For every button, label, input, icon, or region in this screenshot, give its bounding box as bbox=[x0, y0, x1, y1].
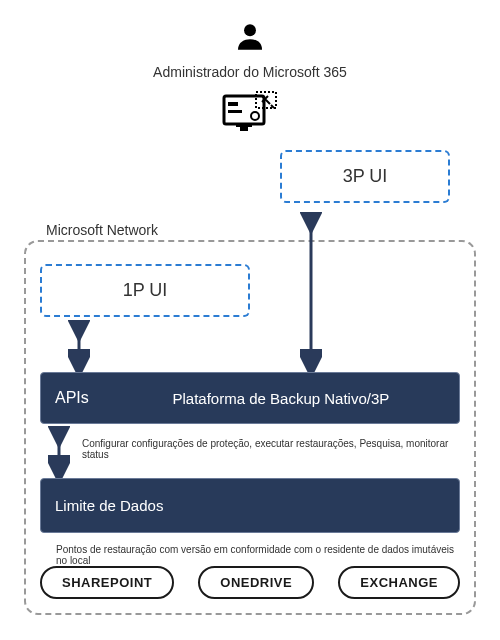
svg-rect-6 bbox=[240, 127, 248, 131]
computer-admin-icon bbox=[222, 90, 278, 138]
apis-label: APIs bbox=[55, 389, 89, 407]
network-box: 1P UI APIs Plataforma de Backup Nativo/3… bbox=[24, 240, 476, 615]
arrow-apis-datalimit bbox=[48, 426, 70, 478]
services-row: SHAREPOINT ONEDRIVE EXCHANGE bbox=[40, 566, 460, 599]
network-label: Microsoft Network bbox=[42, 222, 162, 238]
apis-bar: APIs Plataforma de Backup Nativo/3P bbox=[40, 372, 460, 424]
svg-rect-2 bbox=[228, 102, 238, 106]
third-party-ui-box: 3P UI bbox=[280, 150, 450, 203]
person-icon bbox=[233, 20, 267, 58]
service-onedrive: ONEDRIVE bbox=[198, 566, 314, 599]
svg-rect-5 bbox=[236, 124, 252, 127]
arrow-1p-apis bbox=[68, 320, 90, 372]
data-limit-description: Pontos de restauração com versão em conf… bbox=[56, 544, 456, 566]
svg-rect-3 bbox=[228, 110, 242, 113]
svg-point-0 bbox=[244, 24, 256, 36]
ui-row: 3P UI bbox=[20, 150, 480, 210]
service-sharepoint: SHAREPOINT bbox=[40, 566, 174, 599]
apis-description: Configurar configurações de proteção, ex… bbox=[82, 438, 460, 460]
platform-label: Plataforma de Backup Nativo/3P bbox=[117, 390, 445, 407]
admin-section: Administrador do Microsoft 365 bbox=[20, 20, 480, 142]
first-party-ui-box: 1P UI bbox=[40, 264, 250, 317]
first-party-ui-label: 1P UI bbox=[123, 280, 168, 301]
data-limit-bar: Limite de Dados bbox=[40, 478, 460, 533]
service-exchange: EXCHANGE bbox=[338, 566, 460, 599]
admin-title: Administrador do Microsoft 365 bbox=[20, 64, 480, 80]
arrow-3p-apis bbox=[300, 212, 322, 372]
svg-point-4 bbox=[251, 112, 259, 120]
data-limit-label: Limite de Dados bbox=[55, 497, 163, 514]
third-party-ui-label: 3P UI bbox=[343, 166, 388, 187]
